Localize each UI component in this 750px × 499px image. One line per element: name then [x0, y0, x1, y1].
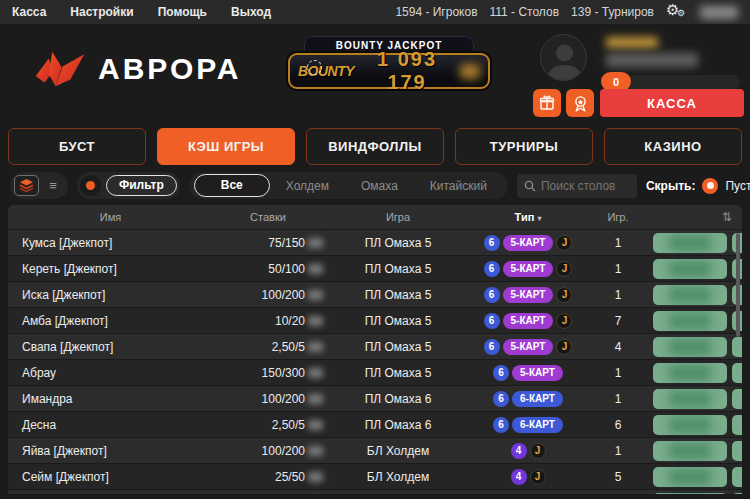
filter-toggle[interactable]: Фильтр — [77, 172, 180, 199]
redacted-currency — [308, 368, 323, 378]
game-type-filter: ВсеХолдемОмахаКитайский — [189, 172, 508, 199]
players-count: 7 — [583, 314, 653, 328]
badge-circle-violet: 4 — [511, 469, 527, 485]
table-type-badges: 4J — [473, 443, 583, 459]
join-table-button[interactable] — [653, 285, 727, 305]
table-row[interactable]: Десна2,50/5ПЛ Омаха 666-КАРТ6 — [8, 411, 742, 437]
search-box[interactable] — [517, 174, 637, 198]
row-actions — [653, 285, 742, 305]
rewards-button[interactable] — [566, 89, 594, 117]
bounty-jackpot-widget[interactable]: BOUNTY JACKPOT BOUNTY 1 093 179 — [288, 36, 490, 89]
watch-table-button[interactable] — [732, 441, 742, 461]
table-row[interactable]: Сейм [Джекпот]25/50БЛ Холдем4J5 — [8, 463, 742, 489]
table-row[interactable]: Кумса [Джекпот]75/150ПЛ Омаха 565-КАРТJ1 — [8, 229, 742, 255]
gift-button[interactable] — [533, 89, 561, 117]
badge-circle-blue: 6 — [484, 287, 500, 303]
tables-count: 111 - Столов — [490, 5, 560, 19]
menu-item-Помощь[interactable]: Помощь — [158, 5, 207, 19]
badge-pill-purple: 5-КАРТ — [503, 287, 554, 303]
menu-item-Выход[interactable]: Выход — [231, 5, 271, 19]
table-stakes: 100/200 — [213, 288, 323, 302]
tab-КАЗИНО[interactable]: КАЗИНО — [604, 128, 742, 165]
redacted-buyin — [669, 417, 711, 433]
tab-ВИНДФОЛЛЫ[interactable]: ВИНДФОЛЛЫ — [306, 128, 444, 165]
table-row[interactable]: Свапа [Джекпот]2,50/5ПЛ Омаха 565-КАРТJ4 — [8, 333, 742, 359]
join-table-button[interactable] — [653, 311, 727, 331]
join-table-button[interactable] — [653, 259, 727, 279]
players-count: 4 — [583, 340, 653, 354]
table-row[interactable]: Кереть [Джекпот]50/100ПЛ Омаха 565-КАРТJ… — [8, 255, 742, 281]
badge-circle-blue: 6 — [493, 365, 509, 381]
table-game: ПЛ Омаха 5 — [323, 314, 473, 328]
watch-table-button[interactable] — [732, 467, 742, 487]
stakes-value: 50/100 — [268, 262, 305, 276]
eye-icon — [741, 367, 742, 378]
table-row[interactable]: Амба [Джекпот]10/20ПЛ Омаха 565-КАРТJ7 — [8, 307, 742, 333]
toggle-dot-icon — [707, 182, 714, 189]
game-option-Все[interactable]: Все — [194, 174, 270, 197]
eye-icon — [741, 237, 742, 248]
table-row[interactable]: Тура [Джекпот]50/100БЛ Холдем4J1 — [8, 489, 742, 494]
search-input[interactable] — [541, 179, 630, 193]
watch-table-button[interactable] — [732, 415, 742, 435]
redacted-currency — [308, 342, 323, 352]
col-game[interactable]: Игра — [323, 211, 473, 223]
redacted-window-control — [700, 6, 738, 19]
watch-table-button[interactable] — [732, 493, 742, 495]
watch-table-button[interactable] — [732, 363, 742, 383]
col-name[interactable]: Имя — [8, 211, 213, 223]
game-option-Омаха[interactable]: Омаха — [345, 179, 414, 193]
join-table-button[interactable] — [653, 233, 727, 253]
table-stakes: 50/100 — [213, 262, 323, 276]
game-option-Китайский[interactable]: Китайский — [414, 179, 503, 193]
eye-icon — [741, 445, 742, 456]
stacked-view-button[interactable] — [14, 175, 39, 196]
col-stakes[interactable]: Ставки — [213, 211, 323, 223]
watch-table-button[interactable] — [732, 389, 742, 409]
menu-item-Настройки[interactable]: Настройки — [70, 5, 133, 19]
eye-icon — [741, 315, 742, 326]
join-table-button[interactable] — [653, 337, 727, 357]
col-players[interactable]: Игр. — [583, 211, 653, 223]
table-name: Яйва [Джекпот] — [8, 444, 213, 458]
join-table-button[interactable] — [653, 415, 727, 435]
table-row[interactable]: Яйва [Джекпот]100/200БЛ Холдем4J1 — [8, 437, 742, 463]
players-count: 1 — [583, 392, 653, 406]
avatar[interactable] — [540, 34, 587, 81]
join-table-button[interactable] — [653, 441, 727, 461]
tab-КЭШ ИГРЫ[interactable]: КЭШ ИГРЫ — [157, 128, 295, 165]
column-sort-icon[interactable]: ⇅ — [653, 210, 742, 224]
table-row[interactable]: Имандра100/200ПЛ Омаха 666-КАРТ1 — [8, 385, 742, 411]
filter-indicator-icon — [80, 175, 101, 196]
table-stakes: 100/200 — [213, 444, 323, 458]
table-row[interactable]: Иска [Джекпот]100/200ПЛ Омаха 565-КАРТJ1 — [8, 281, 742, 307]
hide-empty-toggle[interactable] — [702, 178, 718, 194]
filterbar: ≡ Фильтр ВсеХолдемОмахаКитайский Скрыть:… — [0, 172, 750, 199]
list-view-button[interactable]: ≡ — [42, 175, 64, 196]
join-table-button[interactable] — [653, 363, 727, 383]
table-row[interactable]: Абрау150/300ПЛ Омаха 565-КАРТ1 — [8, 359, 742, 385]
join-table-button[interactable] — [653, 389, 727, 409]
game-option-Холдем[interactable]: Холдем — [270, 179, 345, 193]
table-name: Сейм [Джекпот] — [8, 470, 213, 484]
table-stakes: 10/20 — [213, 314, 323, 328]
redacted-buyin — [669, 365, 711, 381]
badge-circle-violet: 4 — [511, 443, 527, 459]
badge-pill-purple: 5-КАРТ — [503, 261, 554, 277]
watch-table-button[interactable] — [732, 337, 742, 357]
tab-ТУРНИРЫ[interactable]: ТУРНИРЫ — [455, 128, 593, 165]
table-game: ПЛ Омаха 5 — [323, 262, 473, 276]
settings-gear-icon[interactable]: ⚙ ⚙ — [666, 3, 688, 21]
tab-БУСТ[interactable]: БУСТ — [8, 128, 146, 165]
scrollbar-thumb[interactable] — [736, 233, 740, 337]
menu-item-Касса[interactable]: Касса — [12, 5, 46, 19]
badge-circle-j: J — [530, 443, 546, 459]
cashier-button[interactable]: КАССА — [600, 89, 744, 117]
redacted-currency — [308, 420, 323, 430]
row-actions — [653, 337, 742, 357]
table-game: ПЛ Омаха 5 — [323, 366, 473, 380]
col-type[interactable]: Тип ▾ — [473, 211, 583, 223]
join-table-button[interactable] — [653, 493, 727, 495]
table-stakes: 150/300 — [213, 366, 323, 380]
join-table-button[interactable] — [653, 467, 727, 487]
